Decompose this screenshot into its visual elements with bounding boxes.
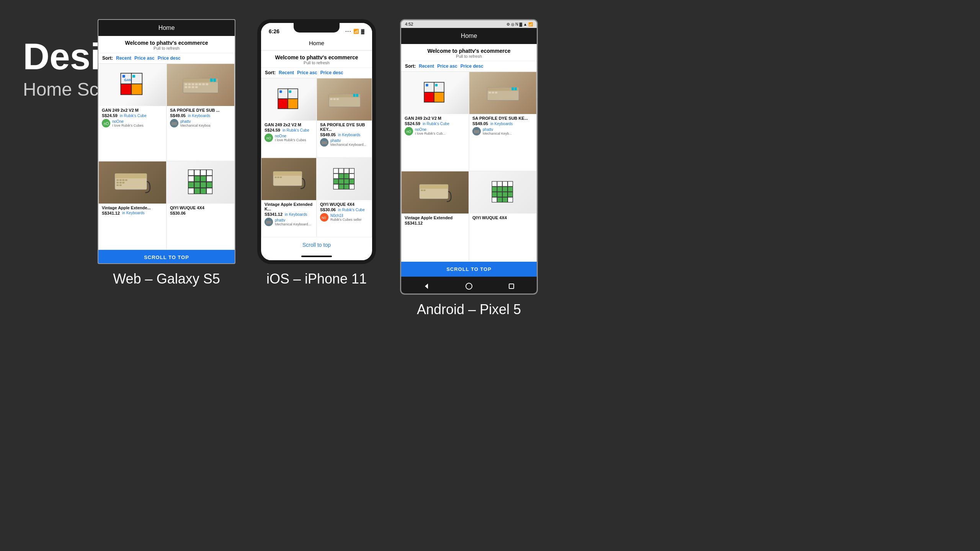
- pixel-product-1[interactable]: GAN 249 2x2 V2 M S$24.59 in Rubik's Cube…: [401, 72, 469, 171]
- galaxy-sort-recent[interactable]: Recent: [116, 55, 131, 61]
- galaxy-sort-price-desc[interactable]: Price desc: [158, 55, 181, 61]
- galaxy-seller-2-desc: Mechanical Keyboa: [180, 124, 211, 127]
- pixel-p3-name: Vintage Apple Extended: [405, 215, 466, 220]
- iphone-p3-cat: in Keyboards: [285, 212, 307, 217]
- iphone-p1-img: [261, 78, 316, 121]
- pixel-signal-icon: ▲: [523, 22, 527, 26]
- iphone-product-2[interactable]: SA PROFILE DYE SUB KEY... S$49.05 in Key…: [317, 78, 372, 158]
- iphone-product-1[interactable]: GAN 249 2x2 V2 M S$24.59 in Rubik's Cube…: [261, 78, 317, 158]
- svg-rect-51: [200, 188, 206, 194]
- iphone-welcome-title: Welcome to phattv's ecommerce: [263, 54, 370, 60]
- galaxy-product-grid: GAN GAN 249 2x2 V2 M S$24.59 in Rubik's …: [98, 64, 235, 250]
- svg-rect-107: [495, 91, 497, 93]
- pixel-p2-info: SA PROFILE DYE SUB KE... S$49.05 in Keyb…: [469, 114, 536, 137]
- pixel-product-4[interactable]: QIYI WUQUE 4X4: [469, 171, 537, 262]
- svg-rect-105: [488, 91, 491, 93]
- svg-text:GAN: GAN: [124, 78, 131, 82]
- svg-rect-66: [353, 94, 355, 97]
- iphone-p2-name: SA PROFILE DYE SUB KEY...: [320, 122, 369, 132]
- iphone-home-bar: [301, 256, 332, 257]
- svg-point-133: [466, 283, 472, 289]
- galaxy-product-2[interactable]: SA PROFILE DYE SUB ... S$49.05 in Keyboa…: [167, 64, 235, 161]
- galaxy-product-4[interactable]: QIYI WUQUE 4X4 S$30.06: [167, 161, 235, 250]
- pixel-sort-price-asc[interactable]: Price asc: [437, 64, 457, 69]
- pixel-product-grid: GAN 249 2x2 V2 M S$24.59 in Rubik's Cube…: [401, 72, 537, 262]
- svg-rect-25: [172, 122, 177, 125]
- svg-rect-81: [333, 173, 338, 178]
- iphone-nav-title: Home: [309, 40, 324, 46]
- pixel-p3-price-row: S$341.12: [405, 221, 466, 225]
- iphone-product-3[interactable]: Vintage Apple Extended K... S$341.12 in …: [261, 158, 317, 237]
- svg-rect-19: [188, 86, 191, 88]
- iphone-keyboard: [327, 89, 362, 110]
- iphone-sort-recent[interactable]: Recent: [279, 70, 294, 75]
- pixel-nav-title: Home: [461, 33, 477, 39]
- galaxy-sort-price-asc[interactable]: Price asc: [134, 55, 155, 61]
- pixel-p4-info: QIYI WUQUE 4X4: [469, 214, 536, 222]
- svg-rect-99: [426, 84, 428, 86]
- galaxy-product-4-price: S$30.06: [170, 211, 186, 215]
- pixel-seller-1: nO noOne I love Rubik's Cub...: [405, 127, 466, 135]
- iphone-seller-3-avatar: [265, 218, 273, 226]
- cube-4x4-icon: [186, 168, 215, 197]
- pixel-location-icon: ◎: [511, 22, 514, 26]
- galaxy-product-1-img: GAN: [99, 64, 166, 106]
- svg-rect-111: [474, 130, 479, 133]
- pixel-status-bar: 4:52 ⚙ ◎ N ▓ ▲ 📶: [401, 20, 537, 28]
- pixel-product-2[interactable]: SA PROFILE DYE SUB KE... S$49.05 in Keyb…: [469, 72, 537, 171]
- pixel-keyboard: [486, 83, 520, 104]
- svg-rect-30: [122, 179, 124, 181]
- iphone-notch: [294, 23, 340, 33]
- pixel-sort-bar: Sort: Recent Price asc Price desc: [401, 61, 537, 72]
- pixel-back-button[interactable]: [421, 280, 432, 292]
- svg-rect-106: [492, 91, 494, 93]
- back-icon: [423, 282, 430, 290]
- iphone-scroll-top[interactable]: Scroll to top: [261, 237, 372, 253]
- pixel-recents-button[interactable]: [506, 280, 517, 292]
- galaxy-product-1-price: S$24.59: [102, 113, 118, 118]
- iphone-product-4[interactable]: QIYI WUQUE 4X4 S$30.06 in Rubik's Cube N…: [317, 158, 372, 237]
- iphone-seller-2-info: phattv Mechanical Keyboard...: [330, 139, 366, 147]
- galaxy-seller-2-info: phattv Mechanical Keyboa: [180, 119, 211, 127]
- galaxy-device-wrapper: Home Welcome to phattv's ecommerce Pull …: [98, 19, 235, 287]
- pixel-product-3[interactable]: Vintage Apple Extended S$341.12: [401, 171, 469, 262]
- pixel-seller-2-avatar: [472, 127, 481, 135]
- svg-rect-39: [200, 170, 206, 176]
- svg-rect-22: [210, 78, 213, 82]
- svg-rect-47: [200, 182, 206, 188]
- galaxy-product-2-price: S$49.05: [170, 113, 186, 118]
- galaxy-pull-refresh: Pull to refresh: [100, 46, 233, 51]
- svg-rect-126: [503, 192, 508, 197]
- galaxy-product-3[interactable]: Vintage Apple Extende... S$341.12 in Key…: [98, 161, 167, 250]
- svg-rect-34: [122, 182, 124, 183]
- pixel-seller-2: phattv Mechanical Keyb...: [472, 127, 533, 135]
- galaxy-product-3-info: Vintage Apple Extende... S$341.12 in Key…: [99, 204, 166, 218]
- galaxy-scroll-top[interactable]: SCROLL TO TOP: [98, 250, 235, 264]
- galaxy-product-3-price-row: S$341.12 in Keyboards: [102, 211, 163, 215]
- pixel-battery-icon: ▓: [519, 22, 522, 26]
- iphone-device-wrapper: 6:26 ··· 📶 ▓ Home Welcome: [257, 19, 376, 287]
- svg-rect-98: [434, 92, 444, 102]
- svg-rect-49: [188, 188, 194, 194]
- pixel-sort-recent[interactable]: Recent: [419, 64, 434, 69]
- svg-rect-76: [266, 221, 271, 224]
- iphone-p1-cat: in Rubik's Cube: [283, 128, 309, 132]
- iphone-sort-price-desc[interactable]: Price desc: [320, 70, 343, 75]
- svg-rect-122: [503, 187, 508, 192]
- svg-rect-109: [514, 87, 517, 90]
- galaxy-welcome: Welcome to phattv's ecommerce Pull to re…: [98, 36, 235, 53]
- svg-rect-40: [206, 170, 212, 176]
- pixel-home-button[interactable]: [463, 280, 475, 292]
- pixel-cube-4x4: [490, 180, 515, 205]
- pixel-scroll-top[interactable]: SCROLL TO TOP: [401, 262, 537, 277]
- pixel-p1-info: GAN 249 2x2 V2 M S$24.59 in Rubik's Cube…: [402, 114, 469, 137]
- pixel-welcome: Welcome to phattv's ecommerce Pull to re…: [401, 44, 537, 61]
- svg-rect-96: [434, 82, 444, 92]
- pixel-welcome-title: Welcome to phattv's ecommerce: [403, 48, 535, 54]
- iphone-p4-price-row: S$30.06 in Rubik's Cube: [320, 207, 369, 212]
- iphone-sort-price-asc[interactable]: Price asc: [297, 70, 317, 75]
- galaxy-product-1-category: in Rubik's Cube: [120, 114, 147, 118]
- galaxy-product-1[interactable]: GAN GAN 249 2x2 V2 M S$24.59 in Rubik's …: [98, 64, 167, 161]
- iphone-sort-bar: Sort: Recent Price asc Price desc: [261, 68, 372, 78]
- pixel-sort-price-desc[interactable]: Price desc: [461, 64, 483, 69]
